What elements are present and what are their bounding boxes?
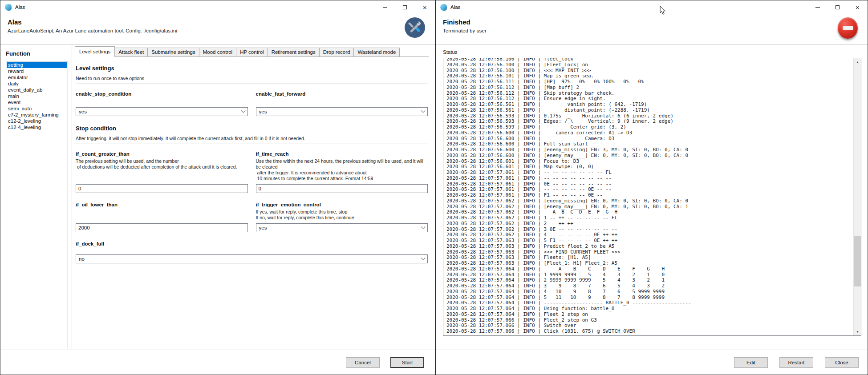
log-lines: 2020-05-28 12:07:56.100 | INFO | fleet_l… bbox=[443, 58, 853, 335]
field-if-oil-lower-than: if_oil_lower_than bbox=[76, 202, 248, 232]
log-line: 2020-05-28 12:07:57.061 | INFO | -- -- -… bbox=[446, 170, 853, 176]
alas-app-icon bbox=[5, 4, 12, 11]
wrench-screwdriver-icon bbox=[405, 17, 425, 38]
no-entry-stop-icon bbox=[838, 17, 858, 39]
function-list-item[interactable]: c12-4_leveling bbox=[7, 124, 67, 130]
if-trigger-emotion-control-select[interactable]: yes bbox=[256, 223, 428, 232]
field-label: if_count_greater_than bbox=[76, 151, 248, 157]
log-panel[interactable]: 2020-05-28 12:07:56.100 | INFO | fleet_l… bbox=[443, 58, 861, 336]
field-label: enable_stop_condition bbox=[76, 91, 248, 97]
tab-bar: Level settingsAttack fleetSubmarine sett… bbox=[75, 46, 429, 57]
tab[interactable]: Mood control bbox=[199, 48, 236, 56]
desktop: Alas × Alas AzurLaneAutoScript, An Azur … bbox=[0, 0, 868, 375]
select-value: yes bbox=[259, 225, 422, 230]
edit-button[interactable]: Edit bbox=[734, 357, 768, 368]
field-if-dock-full: if_dock_full no bbox=[76, 241, 428, 263]
log-line: 2020-05-28 12:07:56.112 | INFO | [Map_bu… bbox=[446, 85, 853, 91]
tab[interactable]: Wasteland mode bbox=[353, 48, 400, 56]
field-if-time-reach: if_time_reach Use the time within the ne… bbox=[256, 151, 428, 193]
tab[interactable]: Drop record bbox=[319, 48, 354, 56]
alas-app-icon bbox=[440, 4, 447, 11]
tab[interactable]: Attack fleet bbox=[114, 48, 148, 56]
field-label: enable_fast_forward bbox=[256, 91, 428, 97]
field-if-count-greater-than: if_count_greater_than The previous setti… bbox=[76, 151, 248, 193]
if-count-greater-than-input[interactable] bbox=[76, 184, 248, 193]
page-title: Alas bbox=[8, 18, 177, 26]
if-oil-lower-than-input[interactable] bbox=[76, 223, 248, 232]
window-controls: × bbox=[375, 0, 435, 14]
field-label: if_time_reach bbox=[256, 151, 428, 157]
log-line: 2020-05-28 12:07:57.064 | INFO | 3 9 8 7… bbox=[446, 283, 853, 289]
tab[interactable]: Level settings bbox=[75, 46, 115, 57]
log-line: 2020-05-28 12:07:56.600 | INFO | [enemy_… bbox=[446, 147, 853, 153]
function-listbox[interactable]: settingrewardemulatordailyevent_daily_ab… bbox=[6, 61, 68, 349]
settings-footer: Cancel Start bbox=[0, 350, 435, 375]
close-button[interactable]: × bbox=[415, 0, 435, 14]
minimize-button[interactable] bbox=[807, 0, 827, 14]
enable-stop-condition-select[interactable]: yes bbox=[76, 107, 248, 116]
function-list-item[interactable]: c12-2_leveling bbox=[7, 118, 67, 124]
settings-body: Function settingrewardemulatordailyevent… bbox=[0, 45, 435, 350]
log-line: 2020-05-28 12:07:56.100 | INFO | [Fleet_… bbox=[446, 62, 853, 68]
enable-fast-forward-select[interactable]: yes bbox=[256, 107, 428, 116]
alas-status-window: Alas × Finished Terminated by user Statu… bbox=[435, 0, 868, 375]
log-line: 2020-05-28 12:07:57.061 | INFO | -- -- -… bbox=[446, 176, 853, 181]
log-line: 2020-05-28 12:07:57.064 | INFO | A B C D… bbox=[446, 266, 853, 272]
maximize-button[interactable] bbox=[395, 0, 415, 14]
function-list-item[interactable]: reward bbox=[7, 68, 67, 74]
close-window-button[interactable]: Close bbox=[825, 357, 859, 368]
function-list-item[interactable]: semi_auto bbox=[7, 105, 67, 112]
status-title: Finished bbox=[443, 18, 487, 26]
log-line: 2020-05-28 12:07:56.600 | INFO | [enemy_… bbox=[446, 153, 853, 159]
log-line: 2020-05-28 12:07:56.111 | INFO | [HP] 97… bbox=[446, 79, 853, 85]
field-label: if_oil_lower_than bbox=[76, 202, 248, 207]
log-line: 2020-05-28 12:07:57.066 | INFO | Click (… bbox=[446, 329, 853, 335]
log-line: 2020-05-28 12:07:57.064 | INFO | 4 10 9 … bbox=[446, 289, 853, 295]
page-subtitle: AzurLaneAutoScript, An Azur Lane automat… bbox=[8, 28, 177, 33]
log-line: 2020-05-28 12:07:56.599 | INFO | Center … bbox=[446, 125, 853, 130]
log-scrollbar[interactable]: ▲ ▼ bbox=[853, 58, 861, 335]
tab[interactable]: HP control bbox=[236, 48, 268, 56]
close-button[interactable]: × bbox=[848, 0, 868, 14]
window-title: Alas bbox=[450, 4, 460, 10]
if-time-reach-input[interactable] bbox=[256, 184, 428, 193]
if-dock-full-select[interactable]: no bbox=[76, 254, 428, 263]
sidebar: Function settingrewardemulatordailyevent… bbox=[0, 45, 72, 350]
function-list-item[interactable]: main bbox=[7, 93, 67, 99]
log-line: 2020-05-28 12:07:57.064 | INFO | Using f… bbox=[446, 306, 853, 312]
log-line: 2020-05-28 12:07:57.063 | INFO | [Fleet_… bbox=[446, 261, 853, 266]
titlebar[interactable]: Alas × bbox=[0, 0, 435, 14]
tab[interactable]: Submarine settings bbox=[147, 48, 199, 56]
start-button[interactable]: Start bbox=[390, 357, 424, 368]
log-line: 2020-05-28 12:07:57.061 | INFO | F1 -- -… bbox=[446, 193, 853, 198]
restart-button[interactable]: Restart bbox=[779, 357, 813, 368]
field-enable-stop-condition: enable_stop_condition yes bbox=[76, 91, 248, 116]
scroll-down-button[interactable]: ▼ bbox=[854, 328, 861, 335]
select-value: yes bbox=[79, 109, 242, 114]
cancel-button[interactable]: Cancel bbox=[346, 357, 380, 368]
minimize-button[interactable] bbox=[375, 0, 395, 14]
field-help: The previous setting will be used, and t… bbox=[76, 158, 248, 170]
chevron-down-icon bbox=[421, 255, 426, 260]
function-list-item[interactable]: setting bbox=[7, 62, 67, 68]
sidebar-title: Function bbox=[6, 50, 68, 57]
titlebar[interactable]: Alas × bbox=[436, 0, 868, 14]
maximize-button[interactable] bbox=[827, 0, 848, 14]
window-header: Finished Terminated by user bbox=[436, 14, 868, 45]
status-area: Status 2020-05-28 12:07:56.100 | INFO | … bbox=[436, 45, 868, 350]
field-label: if_trigger_emotion_control bbox=[256, 202, 428, 207]
log-line: 2020-05-28 12:07:56.561 | INFO | vanish_… bbox=[446, 102, 853, 108]
function-list-item[interactable]: emulator bbox=[7, 74, 67, 81]
tab[interactable]: Retirement settings bbox=[268, 48, 320, 56]
function-list-item[interactable]: daily bbox=[7, 81, 67, 87]
log-line: 2020-05-28 12:07:57.062 | INFO | [enemy_… bbox=[446, 198, 853, 204]
function-list-item[interactable]: c7-2_mystery_farming bbox=[7, 112, 67, 118]
scroll-up-button[interactable]: ▲ bbox=[854, 58, 861, 66]
function-list-item[interactable]: event bbox=[7, 99, 67, 105]
chevron-down-icon bbox=[241, 108, 245, 113]
divider bbox=[76, 84, 428, 84]
log-line: 2020-05-28 12:07:57.064 | INFO | Fleet 2… bbox=[446, 312, 853, 318]
log-line: 2020-05-28 12:07:56.561 | INFO | distant… bbox=[446, 108, 853, 113]
scrollbar-thumb[interactable] bbox=[854, 236, 861, 286]
function-list-item[interactable]: event_daily_ab bbox=[7, 87, 67, 93]
